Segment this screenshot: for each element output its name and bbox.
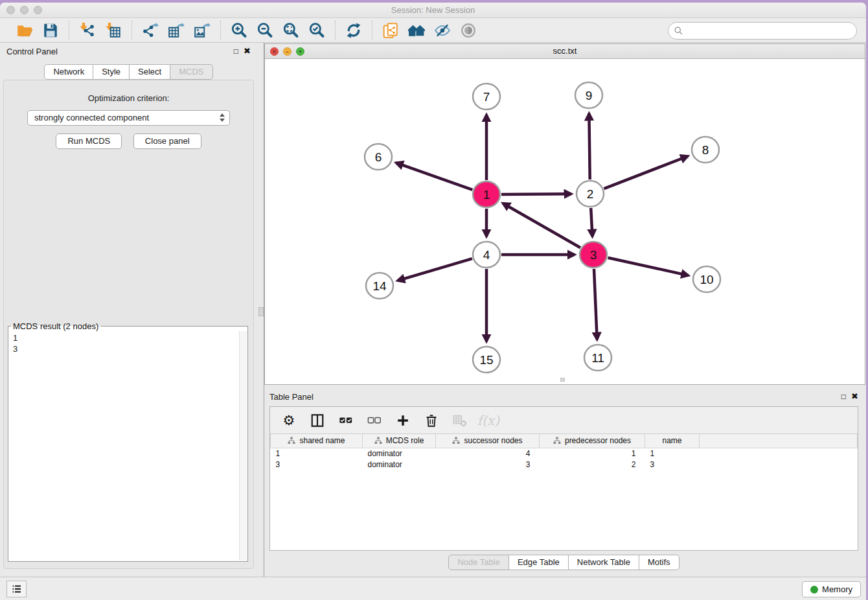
mcds-result-text[interactable]: 13	[8, 331, 238, 561]
memory-status-icon	[810, 586, 818, 594]
column-header-shared-name[interactable]: shared name	[271, 434, 363, 448]
canvas-grip[interactable]	[560, 378, 565, 382]
tab-select[interactable]: Select	[130, 64, 170, 80]
node-3[interactable]: 3	[580, 242, 607, 268]
column-header-MCDS-role[interactable]: MCDS role	[363, 434, 436, 448]
table-row[interactable]: 1dominator411	[271, 448, 858, 459]
tab-network-table[interactable]: Network Table	[569, 555, 639, 570]
add-icon[interactable]	[394, 412, 411, 429]
network-canvas[interactable]: 7968124314101511	[265, 59, 865, 384]
zoom-selected-icon[interactable]	[308, 21, 326, 40]
application-window: Session: New Session Control Panel □ ✖ N…	[0, 3, 866, 600]
zoom-fit-icon[interactable]	[282, 21, 300, 40]
node-table-container: ⚙f(x) shared nameMCDS rolesuccessor node…	[269, 406, 858, 551]
memory-button[interactable]: Memory	[802, 581, 861, 597]
float-panel-icon[interactable]: □	[234, 47, 238, 56]
zoom-out-icon[interactable]	[256, 21, 274, 40]
tab-motifs[interactable]: Motifs	[639, 555, 680, 570]
cell-predecessor-nodes[interactable]: 2	[540, 459, 645, 470]
svg-text:1: 1	[483, 188, 490, 202]
edge-3-10[interactable]	[608, 258, 689, 275]
splitter-handle[interactable]	[258, 307, 264, 316]
search-input[interactable]	[683, 25, 856, 38]
close-panel-button[interactable]: Close panel	[133, 133, 201, 149]
float-table-panel-icon[interactable]: □	[841, 392, 846, 401]
cell-shared-name[interactable]: 3	[271, 459, 363, 470]
tab-network[interactable]: Network	[44, 64, 93, 80]
tab-edge-table[interactable]: Edge Table	[509, 555, 569, 570]
trash-icon[interactable]	[423, 412, 440, 429]
import-network-icon[interactable]	[78, 21, 97, 40]
vertical-splitter[interactable]	[257, 43, 264, 577]
select-all-icon[interactable]	[337, 412, 354, 429]
cell-name[interactable]: 3	[645, 459, 700, 470]
cell-shared-name[interactable]: 1	[271, 448, 363, 459]
edge-1-6[interactable]	[396, 163, 472, 190]
save-session-icon[interactable]	[41, 21, 60, 40]
column-header-predecessor-nodes[interactable]: predecessor nodes	[540, 434, 645, 448]
node-15[interactable]: 15	[473, 347, 500, 373]
cell-name[interactable]: 1	[645, 448, 700, 459]
cell-MCDS-role[interactable]: dominator	[363, 448, 436, 459]
export-network-icon[interactable]	[141, 21, 159, 40]
node-14[interactable]: 14	[366, 273, 393, 299]
column-header-successor-nodes[interactable]: successor nodes	[436, 434, 540, 448]
network-window-titlebar[interactable]: ✕ − + scc.txt	[265, 44, 865, 59]
copy-network-icon[interactable]	[382, 21, 400, 40]
mcds-result-box: MCDS result (2 nodes) 13	[8, 321, 248, 562]
task-history-button[interactable]	[6, 581, 27, 597]
column-header-name[interactable]: name	[645, 434, 700, 448]
tab-style[interactable]: Style	[93, 64, 130, 80]
export-image-icon[interactable]	[193, 21, 211, 40]
node-9[interactable]: 9	[575, 82, 602, 108]
node-4[interactable]: 4	[473, 242, 500, 268]
table-row[interactable]: 3dominator323	[271, 459, 858, 470]
open-session-folder-icon[interactable]	[16, 21, 34, 40]
edge-1-2[interactable]	[501, 194, 571, 194]
select-stepper-icon	[220, 113, 225, 122]
tab-mcds[interactable]: MCDS	[170, 64, 212, 80]
node-10[interactable]: 10	[693, 266, 720, 292]
deselect-all-icon[interactable]	[366, 412, 383, 429]
two-houses-icon[interactable]	[407, 21, 426, 40]
gear-icon[interactable]: ⚙	[280, 412, 297, 429]
titlebar: Session: New Session	[0, 3, 866, 18]
node-6[interactable]: 6	[365, 144, 392, 170]
export-table-icon[interactable]	[167, 21, 185, 40]
cell-predecessor-nodes[interactable]: 1	[540, 448, 645, 459]
main-toolbar	[0, 18, 866, 43]
cell-successor-nodes[interactable]: 3	[436, 459, 540, 470]
result-scrollbar[interactable]	[239, 331, 247, 560]
close-panel-icon[interactable]: ✖	[244, 47, 251, 56]
edge-2-8[interactable]	[604, 156, 688, 189]
columns-icon[interactable]	[309, 412, 326, 429]
run-mcds-button[interactable]: Run MCDS	[56, 133, 122, 149]
close-table-panel-icon[interactable]: ✖	[851, 392, 858, 401]
cell-successor-nodes[interactable]: 4	[436, 448, 540, 459]
function-icon: f(x)	[480, 412, 497, 429]
node-7[interactable]: 7	[473, 84, 500, 110]
edge-3-1[interactable]	[503, 203, 580, 248]
refresh-icon[interactable]	[345, 21, 363, 40]
node-11[interactable]: 11	[584, 345, 611, 371]
svg-text:3: 3	[590, 248, 597, 262]
import-table-icon[interactable]	[104, 21, 122, 40]
svg-text:7: 7	[483, 90, 490, 104]
node-1[interactable]: 1	[473, 181, 500, 207]
criterion-select[interactable]: strongly connected component	[27, 110, 230, 126]
cell-MCDS-role[interactable]: dominator	[363, 459, 436, 470]
edge-2-3[interactable]	[591, 208, 592, 237]
zoom-in-icon[interactable]	[230, 21, 248, 40]
svg-text:14: 14	[372, 279, 387, 293]
eye-slash-icon[interactable]	[433, 21, 451, 40]
tree-icon	[553, 437, 561, 444]
node-2[interactable]: 2	[577, 181, 604, 207]
control-panel: Control Panel □ ✖ NetworkStyleSelectMCDS…	[0, 43, 257, 577]
edge-2-9[interactable]	[589, 113, 589, 179]
tree-icon	[452, 437, 460, 444]
node-8[interactable]: 8	[692, 137, 719, 163]
edge-4-14[interactable]	[398, 259, 472, 281]
edge-3-11[interactable]	[594, 269, 597, 340]
eye-icon[interactable]	[459, 21, 477, 40]
tab-node-table[interactable]: Node Table	[448, 555, 509, 570]
